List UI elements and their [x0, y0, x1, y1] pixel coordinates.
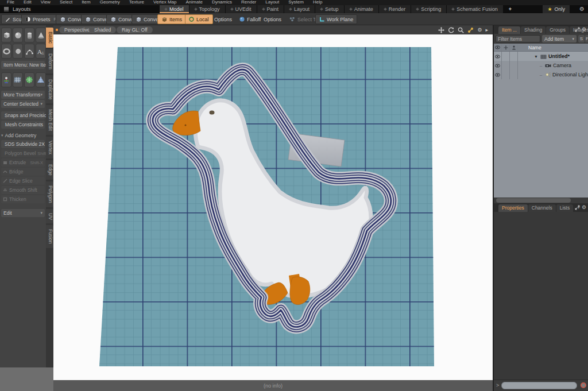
- primitive-torus-button[interactable]: [1, 44, 11, 59]
- curve-tool-button[interactable]: [24, 44, 34, 59]
- filter-items-input[interactable]: [496, 35, 540, 42]
- disclosure-caret-icon[interactable]: ▼: [534, 55, 539, 59]
- text-tool-button[interactable]: A&: [36, 44, 46, 59]
- viewport-shading-selector[interactable]: Shaded: [89, 26, 116, 33]
- menu-item-help[interactable]: Help: [308, 0, 327, 5]
- filter-button[interactable]: F: [585, 35, 588, 42]
- menu-item-texture[interactable]: Texture: [125, 0, 149, 5]
- visibility-column-header[interactable]: [494, 44, 502, 51]
- category-tab-basic[interactable]: Basic: [46, 28, 53, 48]
- favorites-only-toggle[interactable]: ★ Only: [543, 5, 570, 13]
- visibility-toggle[interactable]: [494, 70, 502, 79]
- center-selected-dropdown[interactable]: Center Selected ▾: [1, 100, 45, 108]
- category-tab-polygon[interactable]: Polygon: [46, 181, 53, 207]
- more-transforms-dropdown[interactable]: More Transforms ▾: [1, 91, 45, 99]
- layout-tab-uvedit[interactable]: UVEdit: [226, 5, 257, 13]
- gear-icon[interactable]: ⚙: [579, 6, 585, 12]
- menu-item-system[interactable]: System: [284, 0, 308, 5]
- gear-icon[interactable]: ⚙: [582, 26, 586, 32]
- visibility-toggle[interactable]: [494, 61, 502, 70]
- tab-lists[interactable]: Lists: [556, 204, 573, 212]
- menu-item-select[interactable]: Select: [55, 0, 77, 5]
- menu-item-dynamics[interactable]: Dynamics: [207, 0, 237, 5]
- category-tab-edge[interactable]: Edge: [46, 160, 53, 180]
- local-action-center-button[interactable]: Local: [185, 14, 213, 24]
- item-row-untitled[interactable]: ▼ Untitled*: [494, 52, 588, 61]
- snaps-precision-button[interactable]: Snaps and Precision: [1, 111, 45, 119]
- menu-item-geometry[interactable]: Geometry: [95, 0, 125, 5]
- item-row-camera[interactable]: – Camera: [494, 61, 588, 70]
- menu-item-item[interactable]: Item: [77, 0, 95, 5]
- items-mode-button[interactable]: Items: [157, 14, 186, 24]
- rotate-icon[interactable]: [448, 27, 454, 33]
- smooth-shift-button[interactable]: Smooth Shift: [1, 186, 45, 194]
- add-layout-tab-button[interactable]: +: [504, 5, 517, 13]
- polygon-bevel-button[interactable]: Polygon Bevel Shift-B: [1, 149, 45, 157]
- edit-dropdown[interactable]: Edit ▾: [1, 209, 45, 217]
- work-plane-button[interactable]: Work Plane: [315, 14, 357, 24]
- layout-tab-scripting[interactable]: Scripting: [411, 5, 447, 13]
- chevron-right-icon[interactable]: ▸: [485, 26, 488, 33]
- add-item-dropdown[interactable]: Add Item ▾: [542, 35, 577, 42]
- mesh-constraints-button[interactable]: Mesh Constraints: [1, 121, 45, 129]
- menu-item-render[interactable]: Render: [237, 0, 261, 5]
- horizontal-scrollbar[interactable]: [496, 198, 571, 203]
- layout-tab-schematic-fusion[interactable]: Schematic Fusion: [447, 5, 504, 13]
- viewport-canvas[interactable]: [53, 34, 493, 380]
- tab-channels[interactable]: Channels: [528, 204, 556, 212]
- locator-item-button[interactable]: [1, 72, 11, 87]
- render-column-header[interactable]: [510, 44, 518, 51]
- tab-groups[interactable]: Groups: [546, 26, 569, 34]
- primitive-capsule-button[interactable]: [13, 44, 23, 59]
- category-tab-duplicate[interactable]: Duplicate: [46, 75, 53, 103]
- edge-slice-button[interactable]: Edge Slice: [1, 177, 45, 185]
- menu-item-file[interactable]: File: [2, 0, 19, 5]
- gear-icon[interactable]: ⚙: [477, 26, 482, 33]
- mesh-item-button[interactable]: [24, 72, 34, 87]
- primitive-sphere-button[interactable]: [13, 28, 23, 42]
- solo-button[interactable]: S: [578, 35, 585, 42]
- primitive-cube-button[interactable]: [1, 28, 11, 42]
- layouts-icon[interactable]: [4, 7, 9, 11]
- item-row-directional-light[interactable]: – Directional Light: [494, 70, 588, 79]
- category-tab-mesh-edit[interactable]: Mesh Edit: [46, 105, 53, 135]
- expand-panel-icon[interactable]: [575, 205, 580, 210]
- visibility-toggle[interactable]: [494, 52, 502, 61]
- category-tab-deform[interactable]: Deform: [46, 49, 53, 73]
- layout-tab-render[interactable]: Render: [379, 5, 412, 13]
- category-tab-uv[interactable]: UV: [46, 209, 53, 224]
- thicken-button[interactable]: Thicken: [1, 195, 45, 203]
- menu-item-animate[interactable]: Animate: [181, 0, 207, 5]
- item-menu-dropdown[interactable]: Item Menu: New Item ▾: [1, 61, 45, 69]
- falloff-options-button[interactable]: Options: [260, 14, 285, 24]
- tab-properties[interactable]: Properties: [498, 204, 528, 212]
- gear-icon[interactable]: ⚙: [582, 204, 586, 210]
- menu-item-view[interactable]: View: [36, 0, 55, 5]
- layout-tab-layout[interactable]: Layout: [284, 5, 315, 13]
- bridge-button[interactable]: Bridge: [1, 168, 45, 176]
- pyramid-item-button[interactable]: [36, 72, 46, 87]
- expand-panel-icon[interactable]: [575, 27, 580, 32]
- command-input[interactable]: [501, 382, 577, 389]
- extrude-button[interactable]: Extrude Shift-X: [1, 158, 45, 167]
- primitive-cone-button[interactable]: [36, 28, 46, 42]
- layout-tab-setup[interactable]: Setup: [315, 5, 345, 13]
- record-icon[interactable]: [581, 382, 586, 388]
- sds-subdivide-button[interactable]: SDS Subdivide 2X: [1, 140, 45, 148]
- menu-item-vertex-map[interactable]: Vertex Map: [149, 0, 181, 5]
- lock-column-header[interactable]: [502, 44, 510, 51]
- zoom-icon[interactable]: [458, 27, 464, 33]
- layout-tab-animate[interactable]: Animate: [345, 5, 379, 13]
- add-geometry-section-header[interactable]: ▾ Add Geometry: [1, 132, 45, 139]
- action-center-options-button[interactable]: Options: [210, 14, 236, 24]
- layout-tab-topology[interactable]: Topology: [189, 5, 226, 13]
- menu-item-edit[interactable]: Edit: [19, 0, 36, 5]
- tab-shading[interactable]: Shading: [521, 26, 546, 34]
- tab-item-list[interactable]: Item ...: [498, 26, 520, 34]
- category-tab-fusion[interactable]: Fusion: [46, 225, 53, 248]
- viewport-raygl-toggle[interactable]: Ray GL: Off: [117, 26, 153, 33]
- layout-tab-model[interactable]: Model: [160, 5, 189, 13]
- primitive-cylinder-button[interactable]: [24, 28, 34, 42]
- link-icon[interactable]: [467, 27, 474, 33]
- menu-item-layout[interactable]: Layout: [261, 0, 284, 5]
